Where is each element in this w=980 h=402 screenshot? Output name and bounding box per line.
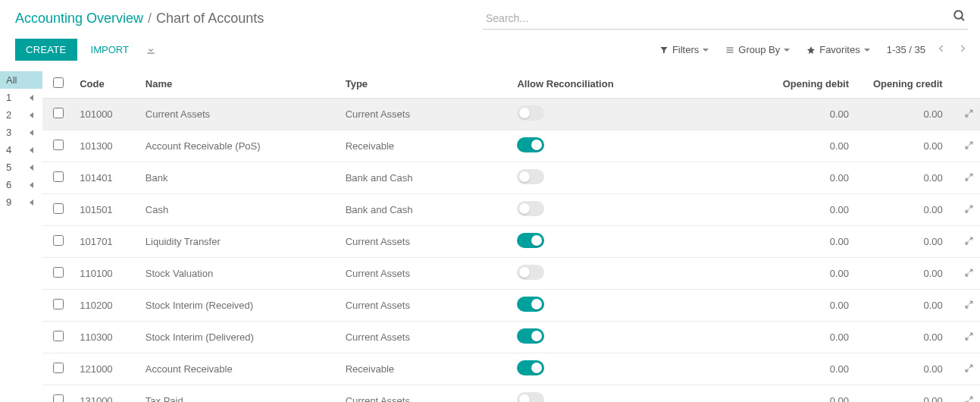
select-all-checkbox[interactable] [53, 77, 64, 88]
alpha-item[interactable]: 3 [0, 124, 42, 141]
chevron-down-icon [784, 49, 790, 52]
col-recon[interactable]: Allow Reconciliation [511, 68, 722, 99]
table-row[interactable]: 101401BankBank and Cash0.000.00 [42, 162, 980, 194]
breadcrumb: Accounting Overview / Chart of Accounts [15, 8, 264, 34]
col-debit[interactable]: Opening debit [722, 68, 855, 99]
cell-code: 101501 [74, 194, 139, 226]
expand-icon[interactable] [964, 141, 974, 152]
alpha-item[interactable]: 6 [0, 176, 42, 193]
cell-credit: 0.00 [855, 99, 949, 130]
favorites-button[interactable]: Favorites [806, 44, 869, 55]
alpha-item[interactable]: 1 [0, 89, 42, 106]
expand-icon[interactable] [964, 396, 974, 403]
expand-icon[interactable] [964, 364, 974, 375]
pager-prev[interactable] [936, 43, 947, 56]
alpha-label: All [6, 74, 17, 86]
cell-code: 101701 [74, 226, 139, 258]
row-checkbox[interactable] [53, 394, 64, 402]
row-checkbox[interactable] [53, 108, 64, 118]
cell-type: Current Assets [340, 385, 512, 403]
svg-line-13 [966, 273, 969, 276]
expand-icon[interactable] [964, 173, 974, 184]
caret-left-icon [30, 165, 33, 171]
table-row[interactable]: 110300Stock Interim (Delivered)Current A… [42, 322, 980, 353]
expand-icon[interactable] [964, 237, 974, 248]
table-row[interactable]: 101501CashBank and Cash0.000.00 [42, 194, 980, 226]
table-row[interactable]: 101300Account Receivable (PoS)Receivable… [42, 130, 980, 162]
pager-next[interactable] [957, 43, 968, 56]
reconciliation-toggle[interactable] [517, 297, 544, 312]
table-row[interactable]: 101701Liquidity TransferCurrent Assets0.… [42, 226, 980, 258]
cell-code: 101401 [74, 162, 139, 194]
row-checkbox[interactable] [53, 299, 64, 309]
svg-point-0 [954, 11, 963, 19]
col-name[interactable]: Name [139, 68, 340, 99]
cell-debit: 0.00 [722, 130, 855, 162]
expand-icon[interactable] [964, 109, 974, 121]
filters-label: Filters [672, 44, 699, 55]
cell-type: Current Assets [340, 322, 512, 353]
row-checkbox[interactable] [53, 267, 64, 278]
reconciliation-toggle[interactable] [517, 328, 544, 344]
cell-debit: 0.00 [722, 162, 855, 194]
alpha-item[interactable]: 9 [0, 193, 42, 211]
table-row[interactable]: 131000Tax PaidCurrent Assets0.000.00 [42, 385, 980, 403]
cell-debit: 0.00 [722, 194, 855, 226]
filters-button[interactable]: Filters [659, 44, 709, 55]
download-icon[interactable] [142, 42, 159, 58]
svg-line-1 [961, 17, 964, 20]
expand-icon[interactable] [964, 332, 974, 344]
alpha-item[interactable]: 4 [0, 141, 42, 159]
row-checkbox[interactable] [53, 171, 64, 182]
row-checkbox[interactable] [53, 140, 64, 150]
create-button[interactable]: CREATE [15, 39, 77, 61]
alpha-item[interactable]: 2 [0, 106, 42, 124]
col-credit[interactable]: Opening credit [855, 68, 949, 99]
cell-debit: 0.00 [722, 322, 855, 353]
pager-range[interactable]: 1-35 / 35 [887, 44, 925, 55]
expand-icon[interactable] [964, 269, 974, 280]
svg-line-9 [966, 209, 969, 212]
col-type[interactable]: Type [340, 68, 512, 99]
search-icon[interactable] [953, 9, 966, 25]
alpha-label: 3 [6, 127, 11, 138]
cell-credit: 0.00 [855, 353, 949, 385]
reconciliation-toggle[interactable] [517, 265, 544, 280]
col-code[interactable]: Code [74, 68, 139, 99]
row-checkbox[interactable] [53, 235, 64, 246]
list-icon [725, 46, 734, 55]
cell-code: 121000 [74, 353, 139, 385]
caret-left-icon [30, 130, 33, 136]
row-checkbox[interactable] [53, 363, 64, 373]
svg-line-3 [966, 114, 969, 117]
breadcrumb-parent[interactable]: Accounting Overview [15, 11, 143, 27]
row-checkbox[interactable] [53, 203, 64, 214]
row-checkbox[interactable] [53, 331, 64, 341]
cell-credit: 0.00 [855, 194, 949, 226]
reconciliation-toggle[interactable] [517, 105, 544, 121]
cell-credit: 0.00 [855, 162, 949, 194]
import-button[interactable]: IMPORT [88, 39, 132, 61]
reconciliation-toggle[interactable] [517, 233, 544, 248]
alpha-item[interactable]: All [0, 71, 42, 89]
expand-icon[interactable] [964, 205, 974, 216]
search-input[interactable] [483, 8, 968, 30]
reconciliation-toggle[interactable] [517, 169, 544, 184]
cell-type: Receivable [340, 130, 512, 162]
cell-type: Receivable [340, 353, 512, 385]
table-row[interactable]: 110200Stock Interim (Received)Current As… [42, 290, 980, 322]
reconciliation-toggle[interactable] [517, 360, 544, 375]
table-row[interactable]: 101000Current AssetsCurrent Assets0.000.… [42, 99, 980, 130]
group-by-button[interactable]: Group By [725, 44, 790, 55]
table-row[interactable]: 110100Stock ValuationCurrent Assets0.000… [42, 258, 980, 290]
alpha-nav: All1234569 [0, 68, 42, 402]
table-row[interactable]: 121000Account ReceivableReceivable0.000.… [42, 353, 980, 385]
reconciliation-toggle[interactable] [517, 392, 544, 402]
reconciliation-toggle[interactable] [517, 137, 544, 152]
alpha-label: 4 [6, 144, 11, 155]
cell-type: Bank and Cash [340, 162, 512, 194]
svg-line-11 [966, 241, 969, 244]
expand-icon[interactable] [964, 300, 974, 312]
reconciliation-toggle[interactable] [517, 201, 544, 216]
alpha-item[interactable]: 5 [0, 159, 42, 176]
